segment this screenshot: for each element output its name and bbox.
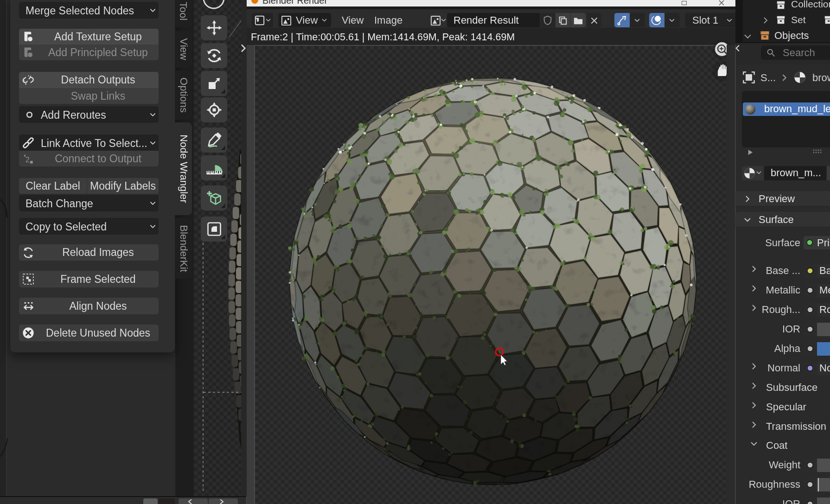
svg-text:2: 2 xyxy=(26,156,30,164)
